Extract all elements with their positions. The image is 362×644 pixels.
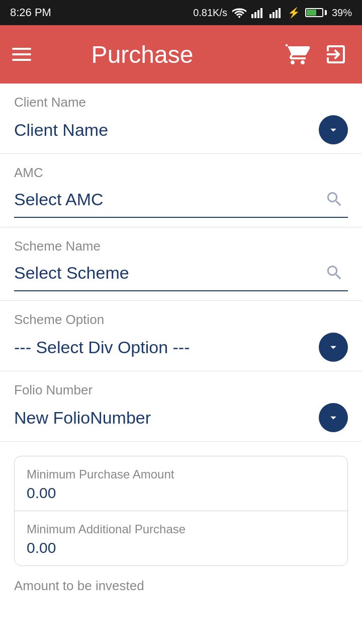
folio-number-row[interactable]: New FolioNumber — [14, 403, 348, 432]
client-name-value: Client Name — [14, 120, 108, 140]
svg-rect-0 — [251, 14, 253, 18]
battery-percent: 39% — [332, 7, 352, 19]
client-name-dropdown[interactable] — [319, 115, 348, 144]
amc-search-button[interactable] — [321, 186, 348, 213]
app-bar-actions — [284, 40, 350, 68]
min-purchase-label: Minimum Purchase Amount — [27, 467, 335, 481]
time-display: 8:26 PM — [10, 6, 51, 19]
folio-number-field: Folio Number New FolioNumber — [0, 371, 362, 442]
client-name-label: Client Name — [14, 95, 348, 110]
info-card: Minimum Purchase Amount 0.00 Minimum Add… — [14, 456, 348, 566]
amc-field: AMC Select AMC — [0, 154, 362, 227]
status-bar: 8:26 PM 0.81K/s ⚡ 39% — [0, 0, 362, 25]
scheme-name-field: Scheme Name Select Scheme — [0, 227, 362, 301]
folio-number-value: New FolioNumber — [14, 408, 151, 428]
amc-row[interactable]: Select AMC — [14, 186, 348, 213]
client-name-row[interactable]: Client Name — [14, 115, 348, 144]
scheme-option-value: --- Select Div Option --- — [14, 338, 190, 357]
folio-number-label: Folio Number — [14, 382, 348, 398]
battery-indicator — [305, 8, 327, 17]
svg-rect-5 — [273, 12, 275, 18]
min-purchase-value: 0.00 — [27, 485, 335, 502]
min-purchase-row: Minimum Purchase Amount 0.00 — [15, 456, 347, 511]
min-additional-value: 0.00 — [27, 539, 335, 556]
app-bar: Purchase — [0, 25, 362, 84]
exit-icon — [324, 42, 348, 66]
status-icons: 0.81K/s ⚡ 39% — [193, 7, 352, 19]
svg-rect-7 — [279, 8, 281, 18]
scheme-name-value: Select Scheme — [14, 263, 129, 283]
scheme-option-dropdown[interactable] — [319, 333, 348, 362]
scheme-name-row[interactable]: Select Scheme — [14, 259, 348, 286]
svg-rect-3 — [260, 8, 262, 18]
amc-value: Select AMC — [14, 190, 104, 209]
client-name-field: Client Name Client Name — [0, 84, 362, 154]
scheme-name-label: Scheme Name — [14, 238, 348, 254]
scheme-option-field: Scheme Option --- Select Div Option --- — [0, 301, 362, 371]
signal-icon-2 — [269, 7, 283, 18]
charging-icon: ⚡ — [288, 7, 300, 19]
scheme-option-row[interactable]: --- Select Div Option --- — [14, 333, 348, 362]
svg-rect-1 — [254, 12, 256, 18]
min-additional-label: Minimum Additional Purchase — [27, 522, 335, 536]
folio-number-dropdown[interactable] — [319, 403, 348, 432]
min-additional-row: Minimum Additional Purchase 0.00 — [15, 511, 347, 566]
amount-field: Amount to be invested — [0, 566, 362, 599]
svg-rect-4 — [269, 14, 272, 18]
network-speed: 0.81K/s — [193, 7, 227, 19]
amount-label: Amount to be invested — [14, 578, 348, 594]
amc-label: AMC — [14, 165, 348, 181]
svg-rect-2 — [257, 10, 259, 18]
exit-button[interactable] — [322, 40, 350, 68]
svg-rect-6 — [276, 10, 278, 18]
wifi-icon — [232, 7, 246, 18]
signal-icon — [251, 7, 264, 18]
page-title: Purchase — [1, 41, 284, 68]
main-content: Client Name Client Name AMC Select AMC S… — [0, 84, 362, 644]
cart-button[interactable] — [284, 40, 312, 68]
scheme-search-button[interactable] — [321, 259, 348, 286]
scheme-option-label: Scheme Option — [14, 312, 348, 328]
cart-icon — [286, 42, 310, 66]
